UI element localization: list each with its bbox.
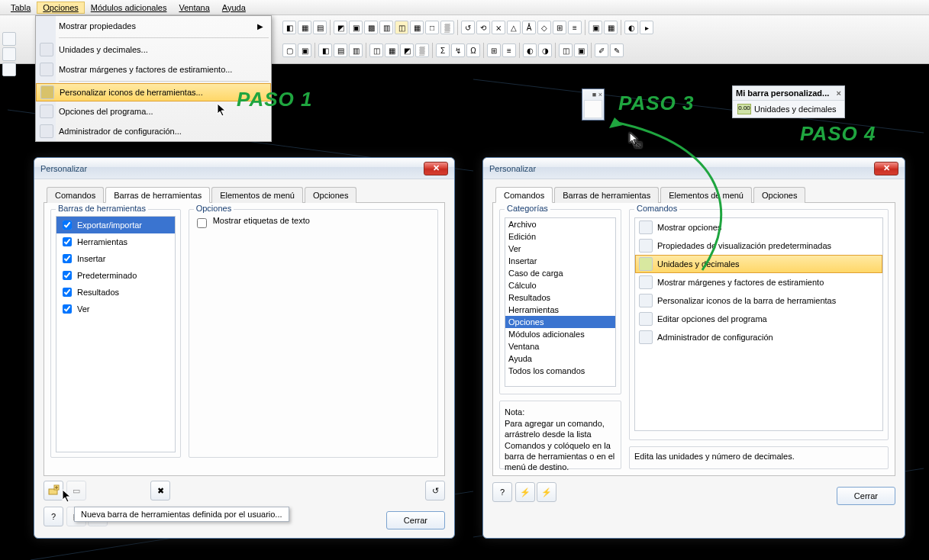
list-item[interactable]: Ventana [505, 340, 615, 352]
toolbar-icon[interactable]: ▤ [313, 21, 327, 34]
palette-close-icon[interactable]: ■ × [584, 91, 602, 98]
toolbar-icon[interactable]: ▥ [379, 21, 393, 34]
toolbar-icon[interactable]: ▒ [415, 43, 429, 57]
toolbar-icon[interactable]: △ [507, 21, 521, 34]
reset-button[interactable]: ↺ [425, 481, 445, 500]
toolbar-icon[interactable]: ▦ [410, 21, 424, 34]
toolbar-icon[interactable]: ◧ [282, 21, 296, 34]
dd-opciones-programa[interactable]: Opciones del programa... [36, 101, 271, 121]
help-button[interactable]: ? [492, 482, 512, 502]
toolbar-checkbox[interactable] [63, 220, 72, 230]
toolbar-icon[interactable]: ◑ [538, 43, 552, 57]
tab-elementos-menu[interactable]: Elementos de menú [211, 187, 303, 203]
cerrar-button[interactable]: Cerrar [837, 487, 895, 505]
toolbar-icon[interactable]: ▣ [589, 21, 602, 34]
toolbar-icon[interactable]: ◇ [537, 21, 551, 34]
toolbar-icon[interactable]: ↺ [461, 21, 475, 34]
empty-drop-palette[interactable]: ■ × [582, 89, 605, 121]
toolbar-icon[interactable]: Ω [466, 43, 480, 57]
tab-opciones[interactable]: Opciones [753, 187, 805, 203]
command-item[interactable]: Administrador de configuración [635, 328, 882, 346]
toolbar-icon[interactable]: ▣ [298, 43, 311, 57]
toolbar-icon[interactable]: Σ [436, 43, 450, 57]
dd-unidades-decimales[interactable]: Unidades y decimales... [36, 40, 271, 60]
tab-barras-herramientas[interactable]: Barras de herramientas [105, 187, 210, 203]
list-item[interactable]: Predeterminado [56, 267, 175, 284]
toolbar-icon[interactable]: ▣ [349, 21, 363, 34]
command-item-selected[interactable]: Unidades y decimales [635, 255, 882, 273]
cerrar-button[interactable]: Cerrar [386, 511, 445, 529]
new-toolbar-button[interactable] [44, 481, 63, 500]
toolbar-icon[interactable]: ◩ [334, 21, 347, 34]
toolbar-icon[interactable]: ▥ [349, 43, 363, 57]
command-item[interactable]: Mostrar márgenes y factores de estiramie… [635, 273, 882, 291]
dd-administrador-config[interactable]: Administrador de configuración... [36, 121, 271, 141]
side-tool-icon[interactable] [2, 63, 16, 76]
toolbar-icon[interactable]: ▦ [298, 21, 311, 34]
toolbar-icon[interactable]: ▣ [574, 43, 588, 57]
list-item[interactable]: Exportar/importar [56, 217, 175, 233]
list-item[interactable]: Resultados [505, 291, 615, 304]
palette-item-label[interactable]: Unidades y decimales [754, 105, 837, 114]
list-item[interactable]: Caso de carga [505, 267, 615, 279]
toolbar-checkbox[interactable] [63, 271, 72, 280]
command-item[interactable]: Propiedades de visualización predetermin… [635, 237, 882, 255]
toolbar-checkbox[interactable] [63, 254, 72, 263]
toolbar-icon[interactable]: ↯ [451, 43, 465, 57]
dd-mostrar-propiedades[interactable]: Mostrar propiedades ▶ [36, 16, 271, 36]
toolbar-icon[interactable]: ≡ [568, 21, 582, 34]
toolbar-icon[interactable]: ✐ [595, 43, 608, 57]
toolbar-checkbox[interactable] [63, 304, 72, 314]
list-item[interactable]: Insertar [505, 255, 615, 267]
list-item[interactable]: Módulos adicionales [505, 328, 615, 340]
toolbar-icon[interactable]: ▤ [334, 43, 347, 57]
list-item[interactable]: Ayuda [505, 352, 615, 365]
toolbar-icon[interactable]: ▩ [364, 21, 378, 34]
toolbar-icon[interactable]: ◧ [318, 43, 332, 57]
list-item[interactable]: Archivo [505, 218, 615, 230]
dialog-icon-button[interactable]: ⚡ [537, 482, 556, 502]
toolbar-checkbox[interactable] [63, 288, 72, 297]
toolbar-icon[interactable]: ◐ [624, 21, 638, 34]
dd-personalizar-iconos[interactable]: Personalizar iconos de herramientas... [36, 83, 271, 101]
list-item[interactable]: Cálculo [505, 279, 615, 291]
command-item[interactable]: Editar opciones del programa [635, 310, 882, 328]
list-item[interactable]: Resultados [56, 284, 175, 301]
show-labels-checkbox-row[interactable]: Mostrar etiquetas de texto [194, 216, 433, 230]
custom-toolbar-palette[interactable]: Mi barra personalizad... × 0.00 Unidades… [732, 85, 845, 118]
command-item[interactable]: Personalizar iconos de la barra de herra… [635, 291, 882, 310]
toolbar-icon[interactable]: ▸ [640, 21, 653, 34]
toolbar-icon[interactable]: ▢ [282, 43, 296, 57]
delete-toolbar-button[interactable]: ✖ [150, 481, 170, 500]
toolbar-icon[interactable]: ◐ [523, 43, 537, 57]
list-item[interactable]: Edición [505, 230, 615, 243]
tab-elementos-menu[interactable]: Elementos de menú [660, 187, 752, 203]
tab-comandos[interactable]: Comandos [47, 187, 104, 203]
tab-barras-herramientas[interactable]: Barras de herramientas [554, 187, 659, 203]
dialog-close-button[interactable]: ✕ [874, 162, 898, 175]
side-tool-icon[interactable] [2, 47, 16, 61]
dialog-titlebar[interactable]: Personalizar ✕ [483, 158, 905, 179]
commands-listbox[interactable]: Mostrar opciones Propiedades de visualiz… [634, 217, 883, 431]
tab-opciones[interactable]: Opciones [305, 187, 356, 203]
toolbar-icon[interactable]: ▒ [440, 21, 454, 34]
list-item[interactable]: Ver [505, 243, 615, 255]
toolbar-icon[interactable]: ▦ [604, 21, 618, 34]
list-item[interactable]: Todos los comandos [505, 365, 615, 377]
menu-ayuda[interactable]: Ayuda [216, 2, 252, 14]
categories-listbox[interactable]: Archivo Edición Ver Insertar Caso de car… [505, 217, 616, 387]
toolbar-icon[interactable]: ◫ [369, 43, 383, 57]
palette-close-icon[interactable]: × [837, 89, 841, 98]
toolbar-icon[interactable]: ⟲ [476, 21, 490, 34]
menu-ventana[interactable]: Ventana [173, 2, 215, 14]
menu-tabla[interactable]: Tabla [5, 2, 37, 14]
toolbar-icon[interactable]: ✎ [610, 43, 624, 57]
show-labels-checkbox[interactable] [197, 218, 207, 228]
toolbar-icon[interactable]: ⊞ [487, 43, 501, 57]
palette-titlebar[interactable]: Mi barra personalizad... × [733, 86, 844, 101]
menu-opciones[interactable]: Opciones [37, 2, 84, 14]
command-item[interactable]: Mostrar opciones [635, 218, 882, 237]
toolbar-icon[interactable]: ▦ [385, 43, 398, 57]
toolbars-listbox[interactable]: Exportar/importar Herramientas Insertar … [56, 216, 176, 452]
dialog-close-button[interactable]: ✕ [424, 162, 448, 175]
